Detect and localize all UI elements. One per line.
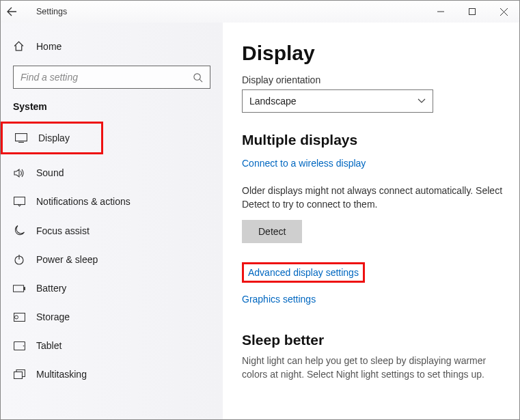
svg-rect-11	[13, 285, 23, 291]
sidebar-item-multitasking[interactable]: Multitasking	[1, 360, 223, 389]
back-button[interactable]	[6, 6, 28, 17]
sidebar-item-label: Notifications & actions	[36, 196, 131, 207]
sidebar-item-label: Focus assist	[36, 225, 90, 236]
arrow-left-icon	[6, 6, 17, 17]
chevron-down-icon	[418, 98, 426, 104]
battery-icon	[13, 285, 25, 292]
sidebar-item-storage[interactable]: Storage	[1, 303, 223, 331]
sidebar-item-label: Power & sleep	[36, 254, 98, 265]
sleep-better-description: Night light can help you get to sleep by…	[242, 354, 504, 382]
close-icon	[500, 8, 508, 16]
sidebar-item-label: Storage	[36, 311, 70, 322]
maximize-icon	[469, 8, 476, 15]
orientation-label: Display orientation	[242, 74, 504, 85]
minimize-button[interactable]	[425, 1, 456, 23]
advanced-display-link[interactable]: Advanced display settings	[244, 264, 363, 281]
page-title: Display	[242, 42, 504, 65]
notifications-icon	[13, 197, 25, 207]
focus-assist-icon	[13, 225, 25, 236]
sidebar-item-display[interactable]: Display	[1, 122, 103, 154]
sidebar-item-tablet[interactable]: Tablet	[1, 331, 223, 360]
sidebar-item-focus-assist[interactable]: Focus assist	[1, 216, 223, 245]
svg-rect-12	[24, 287, 25, 290]
svg-rect-6	[16, 134, 27, 141]
titlebar: Settings	[1, 1, 519, 23]
storage-icon	[13, 313, 25, 322]
connect-wireless-link[interactable]: Connect to a wireless display	[242, 158, 366, 169]
tablet-icon	[13, 341, 25, 350]
multiple-displays-heading: Multiple displays	[242, 132, 504, 148]
sidebar-item-sound[interactable]: Sound	[1, 158, 223, 187]
sidebar-item-home[interactable]: Home	[1, 35, 223, 57]
sidebar-item-label: Display	[38, 132, 70, 143]
orientation-value: Landscape	[249, 96, 297, 107]
svg-point-4	[194, 73, 200, 79]
minimize-icon	[437, 8, 444, 15]
detect-description: Older displays might not always connect …	[242, 184, 504, 212]
detect-button[interactable]: Detect	[242, 220, 302, 243]
settings-window: Settings Home Syste	[0, 0, 520, 420]
sidebar-item-notifications[interactable]: Notifications & actions	[1, 187, 223, 216]
display-icon	[15, 133, 27, 143]
maximize-button[interactable]	[456, 1, 488, 23]
sidebar-item-power-sleep[interactable]: Power & sleep	[1, 245, 223, 274]
graphics-settings-link[interactable]: Graphics settings	[242, 294, 504, 305]
multitasking-icon	[13, 369, 25, 379]
sidebar-item-label: Sound	[36, 167, 64, 178]
svg-line-5	[200, 79, 202, 82]
content-area: Home System Display Sound	[1, 23, 519, 419]
sidebar-item-label: Tablet	[36, 340, 61, 351]
search-box[interactable]	[13, 66, 210, 89]
sidebar-item-label: Multitasking	[36, 369, 87, 380]
sidebar-item-battery[interactable]: Battery	[1, 274, 223, 303]
power-icon	[13, 254, 25, 265]
sidebar-item-label: Battery	[36, 283, 66, 294]
search-icon	[193, 72, 203, 83]
window-title: Settings	[36, 7, 67, 16]
svg-rect-13	[14, 313, 25, 321]
sidebar-section-system: System	[1, 101, 223, 112]
sleep-better-heading: Sleep better	[242, 332, 504, 348]
home-icon	[13, 40, 25, 52]
sidebar: Home System Display Sound	[1, 23, 223, 419]
svg-rect-8	[14, 197, 25, 204]
advanced-display-highlight: Advanced display settings	[242, 262, 365, 283]
search-input[interactable]	[20, 72, 193, 83]
sidebar-item-label: Home	[36, 41, 61, 52]
svg-rect-1	[469, 9, 476, 15]
close-button[interactable]	[488, 1, 519, 23]
orientation-select[interactable]: Landscape	[242, 89, 433, 113]
svg-rect-17	[14, 372, 22, 379]
svg-point-14	[14, 316, 18, 319]
sound-icon	[13, 168, 25, 178]
main-panel: Display Display orientation Landscape Mu…	[223, 23, 519, 419]
svg-point-16	[23, 345, 24, 346]
